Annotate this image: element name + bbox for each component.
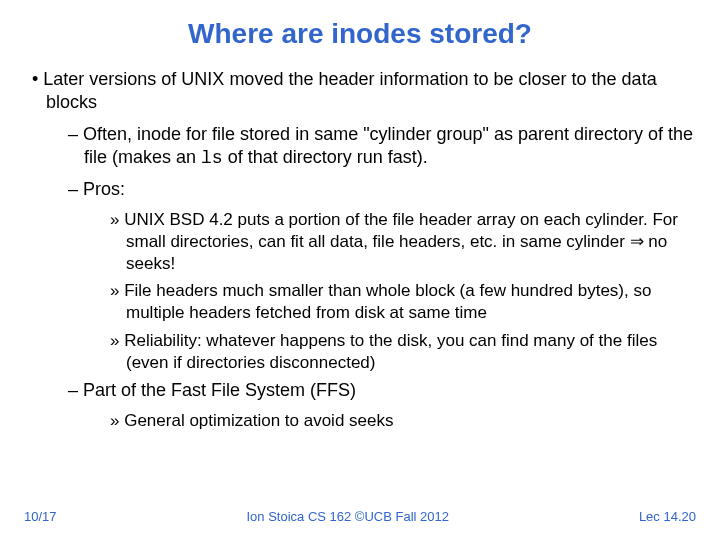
bullet-level2-pros: – Pros: [68,178,696,201]
footer-date: 10/17 [24,509,57,524]
bullet-level2-ffs: – Part of the Fast File System (FFS) [68,379,696,402]
code-ls: ls [201,148,223,168]
bullet-level3: » General optimization to avoid seeks [110,410,696,432]
bullet-level3: » Reliability: whatever happens to the d… [110,330,696,374]
slide-title: Where are inodes stored? [24,18,696,50]
bullet-level2: – Often, inode for file stored in same "… [68,123,696,170]
footer-course: Ion Stoica CS 162 ©UCB Fall 2012 [246,509,449,524]
bullet-level3: » File headers much smaller than whole b… [110,280,696,324]
sub1-post: of that directory run fast). [223,147,428,167]
footer-lecture: Lec 14.20 [639,509,696,524]
bullet-level1: • Later versions of UNIX moved the heade… [32,68,696,113]
slide-footer: 10/17 Ion Stoica CS 162 ©UCB Fall 2012 L… [0,509,720,524]
bullet-level3: » UNIX BSD 4.2 puts a portion of the fil… [110,209,696,274]
